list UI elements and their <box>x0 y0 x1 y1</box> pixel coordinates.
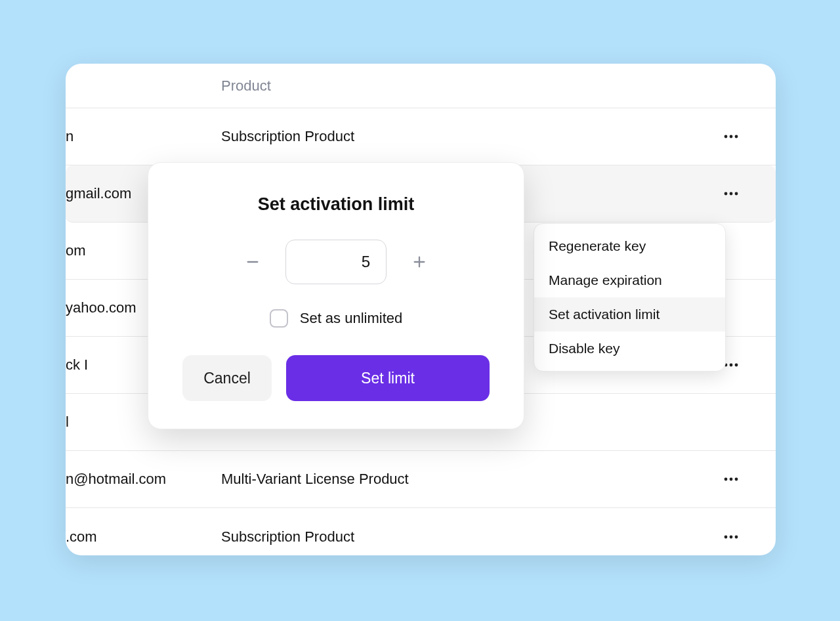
more-horizontal-icon <box>724 535 738 539</box>
menu-item-set-activation-limit[interactable]: Set activation limit <box>534 297 725 332</box>
cancel-button[interactable]: Cancel <box>182 355 272 401</box>
svg-point-9 <box>724 478 728 481</box>
cell-email: n@hotmail.com <box>66 471 217 488</box>
svg-point-4 <box>730 192 733 196</box>
svg-point-7 <box>730 364 733 367</box>
plus-icon <box>412 255 427 269</box>
row-actions-button[interactable] <box>719 525 743 549</box>
svg-point-11 <box>735 478 738 481</box>
unlimited-label: Set as unlimited <box>300 310 403 327</box>
svg-point-10 <box>730 478 733 481</box>
menu-item-disable-key[interactable]: Disable key <box>534 332 725 366</box>
svg-point-8 <box>735 364 738 367</box>
modal-button-row: Cancel Set limit <box>182 355 490 401</box>
row-actions-button[interactable] <box>719 182 743 205</box>
table-row[interactable]: n@hotmail.com Multi-Variant License Prod… <box>66 451 776 508</box>
increment-button[interactable] <box>408 250 431 274</box>
cell-email: .com <box>66 528 217 546</box>
menu-item-regenerate-key[interactable]: Regenerate key <box>534 229 725 263</box>
more-horizontal-icon <box>724 192 738 196</box>
svg-point-2 <box>735 135 738 139</box>
column-header-product: Product <box>221 77 271 95</box>
more-horizontal-icon <box>724 363 738 367</box>
more-horizontal-icon <box>724 135 738 139</box>
cell-email: n <box>66 128 217 145</box>
cell-product: Multi-Variant License Product <box>221 471 409 488</box>
table-header-row: Product <box>66 64 776 108</box>
minus-icon <box>245 255 260 269</box>
svg-point-12 <box>724 535 728 538</box>
set-limit-button[interactable]: Set limit <box>286 355 490 401</box>
unlimited-checkbox[interactable] <box>270 309 288 328</box>
row-actions-menu: Regenerate key Manage expiration Set act… <box>534 223 726 372</box>
svg-point-14 <box>735 535 738 538</box>
table-row[interactable]: n Subscription Product <box>66 108 776 165</box>
row-actions-button[interactable] <box>719 467 743 491</box>
cell-product: Subscription Product <box>221 528 354 546</box>
set-activation-limit-modal: Set activation limit Set as unlimited Ca… <box>148 162 524 429</box>
svg-point-1 <box>730 135 733 139</box>
svg-point-3 <box>724 192 728 196</box>
decrement-button[interactable] <box>241 250 264 274</box>
unlimited-option-row: Set as unlimited <box>182 309 490 328</box>
menu-item-manage-expiration[interactable]: Manage expiration <box>534 263 725 297</box>
more-horizontal-icon <box>724 477 738 481</box>
svg-point-5 <box>735 192 738 196</box>
modal-title: Set activation limit <box>182 194 490 215</box>
cell-product: Subscription Product <box>221 128 354 145</box>
svg-point-13 <box>730 535 733 538</box>
row-actions-button[interactable] <box>719 125 743 148</box>
activation-limit-stepper <box>182 240 490 284</box>
svg-point-0 <box>724 135 728 139</box>
table-row[interactable]: .com Subscription Product <box>66 508 776 555</box>
activation-limit-input[interactable] <box>285 240 387 284</box>
